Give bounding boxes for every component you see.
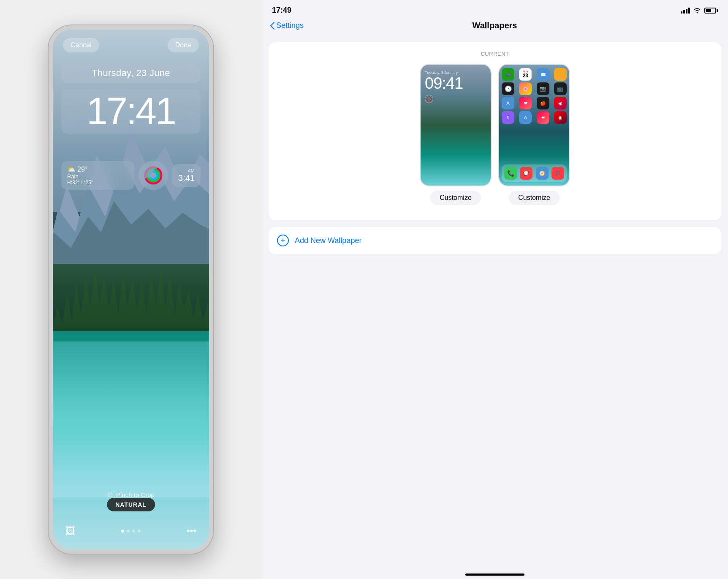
wallpapers-content: CURRENT Tuesday, 3 January 09:41 [262,36,728,566]
lock-screen: Cancel Done Thursday, 23 June 17:41 [53,30,209,549]
cancel-button[interactable]: Cancel [63,38,99,52]
dot-1 [121,530,124,533]
time-pill: 17:41 [61,89,201,134]
signal-bar-4 [688,8,690,14]
yellow-app [554,68,567,81]
health2-app: ❤ [537,111,549,124]
wifi-icon [693,8,701,14]
back-chevron-icon [270,22,274,30]
app-row-2: 🕐 🌸 📷 📺 [502,82,567,95]
date-text: Thursday, 23 June [92,68,170,78]
weather-condition: Rain [67,173,128,180]
messages-dock-app: 💬 [520,167,532,180]
time-container: 17:41 [61,89,201,134]
widgets-row: ⛅ 29° Rain H:32° L:25° [61,161,201,190]
mail-app: ✉️ [537,68,549,81]
tv-app: 📺 [554,82,567,95]
camera-app: 📷 [537,82,549,95]
signal-bar-2 [683,10,685,14]
wp-ls-activity-icon [425,95,433,103]
widget-time-label: AM [178,168,195,173]
crop-icon: ⊡ [107,491,113,499]
apple2-app: ◉ [554,111,567,124]
widget-time-value: AM 3:41 [178,168,195,183]
app-container: Cancel Done Thursday, 23 June 17:41 [0,0,728,579]
home-screen-preview-item: 📹 SUN 23 ✉️ [498,64,570,205]
add-wallpaper-icon: + [277,235,289,246]
done-button[interactable]: Done [168,38,199,52]
dot-3 [132,530,135,533]
date-pill: Thursday, 23 June [61,63,201,83]
page-title: Wallpapers [473,21,517,30]
svg-point-11 [428,98,431,101]
dock-row: 📞 💬 🧭 🎵 [504,167,564,180]
wp-lock-screen-display: Tuesday, 3 January 09:41 [421,65,491,186]
hi-lo-temp: H:32° L:25° [67,180,128,186]
phone-frame: Cancel Done Thursday, 23 June 17:41 [49,25,213,554]
right-panel: 17:49 [262,0,728,579]
appstore2-app: A [519,111,532,124]
app-row-4: 🎙 A ❤ ◉ [502,111,567,124]
battery-fill [706,9,711,12]
home-screen-customize-button[interactable]: Customize [509,191,560,205]
more-options-icon[interactable]: ••• [187,525,196,536]
left-panel: Cancel Done Thursday, 23 June 17:41 [0,0,262,579]
app-row-3: A ❤ 🍎 ◉ [502,97,567,109]
date-container: Thursday, 23 June [61,63,201,83]
time-display: 17:41 [87,90,175,132]
signal-bar-1 [681,11,682,14]
photo-library-icon[interactable]: 🖼 [65,525,76,537]
clock-app: 🕐 [502,82,514,95]
widget-time-display: 3:41 [178,173,195,183]
app-row-1: 📹 SUN 23 ✉️ [502,68,567,81]
signal-icon [681,8,690,14]
phone-dock-app: 📞 [504,167,517,180]
status-bar: 17:49 [262,0,728,17]
status-time: 17:49 [272,6,291,15]
red-app: ◉ [554,97,567,109]
weather-widget: ⛅ 29° Rain H:32° L:25° [61,161,134,190]
add-new-wallpaper-row[interactable]: + Add New Wallpaper [269,227,721,254]
time-widget-right: AM 3:41 [172,164,201,187]
dot-2 [127,530,130,533]
natural-badge: NATURAL [107,498,155,511]
wallpaper-previews: Tuesday, 3 January 09:41 [277,64,713,205]
calendar-app: SUN 23 [519,68,532,81]
photos-app: 🌸 [519,82,532,95]
wp-ls-time: 09:41 [425,75,486,91]
battery-tip [717,9,718,12]
lock-screen-top-bar: Cancel Done [53,38,209,52]
battery-icon [704,8,718,14]
weather-info: ⛅ 29° Rain H:32° L:25° [67,165,128,186]
status-icons [681,8,718,14]
back-button[interactable]: Settings [270,21,304,30]
health-app: ❤ [519,97,532,109]
home-indicator [262,566,728,579]
battery-body [704,8,716,14]
dock: 📞 💬 🧭 🎵 [502,164,567,182]
page-dots [121,530,141,533]
current-section-label: CURRENT [277,51,713,57]
navigation-bar: Settings Wallpapers [262,17,728,36]
facetime-app: 📹 [502,68,514,81]
activity-rings-icon [144,166,163,185]
appstore-app: A [502,97,514,109]
back-button-label: Settings [276,21,304,30]
safari-dock-app: 🧭 [536,167,549,180]
lock-screen-preview-item: Tuesday, 3 January 09:41 [420,64,492,205]
home-bar [465,574,524,576]
activity-rings-widget [139,161,168,190]
lake-reflection [53,341,209,497]
wp-activity-rings [426,96,432,102]
cloud-icon: ⛅ [67,165,76,173]
signal-bar-3 [686,9,687,14]
add-wallpaper-text: Add New Wallpaper [295,236,361,245]
pinch-crop-text: Pinch to Crop [116,491,155,498]
dot-4 [138,530,141,533]
lock-screen-preview[interactable]: Tuesday, 3 January 09:41 [420,64,492,186]
home-screen-preview[interactable]: 📹 SUN 23 ✉️ [498,64,570,186]
podcasts-app: 🎙 [502,111,514,124]
current-wallpaper-section: CURRENT Tuesday, 3 January 09:41 [269,42,721,220]
natural-badge-text: NATURAL [115,501,147,508]
lock-screen-customize-button[interactable]: Customize [430,191,481,205]
